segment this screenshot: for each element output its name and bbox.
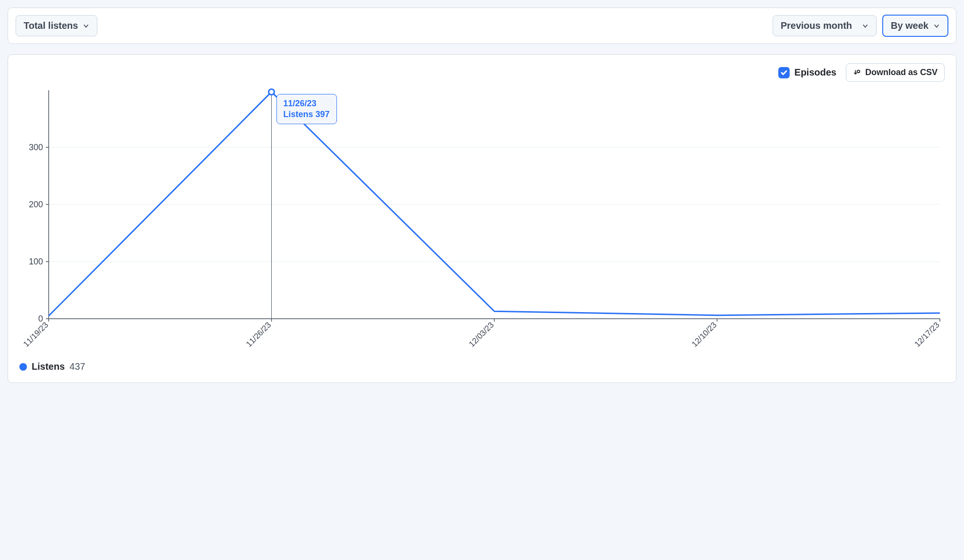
- svg-point-0: [857, 70, 860, 72]
- date-range-select[interactable]: Previous month: [773, 15, 877, 36]
- filter-toolbar: Total listens Previous month By week: [8, 8, 956, 44]
- download-icon: [853, 68, 861, 77]
- episodes-checkbox[interactable]: Episodes: [778, 67, 836, 78]
- chevron-down-icon: [933, 23, 940, 29]
- download-csv-label: Download as CSV: [865, 68, 938, 77]
- date-range-label: Previous month: [781, 20, 852, 31]
- chart-header: Episodes Download as CSV: [19, 63, 945, 82]
- svg-text:12/03/23: 12/03/23: [467, 320, 496, 348]
- checkbox-checked-icon: [778, 67, 790, 78]
- chevron-down-icon: [83, 23, 89, 29]
- chevron-down-icon: [862, 23, 869, 29]
- metric-select-label: Total listens: [24, 20, 78, 31]
- legend-total-value: 437: [69, 361, 85, 372]
- chart-legend: Listens 437: [19, 361, 945, 372]
- svg-text:11/26/23: 11/26/23: [244, 320, 273, 348]
- legend-series-label: Listens: [32, 361, 65, 372]
- chart-card: Episodes Download as CSV 010020030011/19…: [8, 54, 956, 383]
- legend-color-swatch: [19, 363, 27, 371]
- episodes-checkbox-label: Episodes: [794, 67, 836, 78]
- chart-plot-area[interactable]: 010020030011/19/2311/26/2312/03/2312/10/…: [19, 85, 945, 353]
- svg-point-16: [269, 89, 275, 95]
- svg-text:12/10/23: 12/10/23: [690, 320, 718, 348]
- download-csv-button[interactable]: Download as CSV: [846, 63, 945, 82]
- metric-select[interactable]: Total listens: [16, 15, 97, 36]
- svg-text:12/17/23: 12/17/23: [913, 320, 941, 348]
- line-chart-svg: 010020030011/19/2311/26/2312/03/2312/10/…: [19, 85, 945, 353]
- svg-text:11/19/23: 11/19/23: [22, 320, 50, 348]
- svg-text:200: 200: [29, 200, 43, 209]
- svg-text:300: 300: [29, 143, 43, 152]
- granularity-select[interactable]: By week: [882, 15, 948, 37]
- svg-text:100: 100: [29, 257, 43, 266]
- granularity-label: By week: [891, 20, 929, 31]
